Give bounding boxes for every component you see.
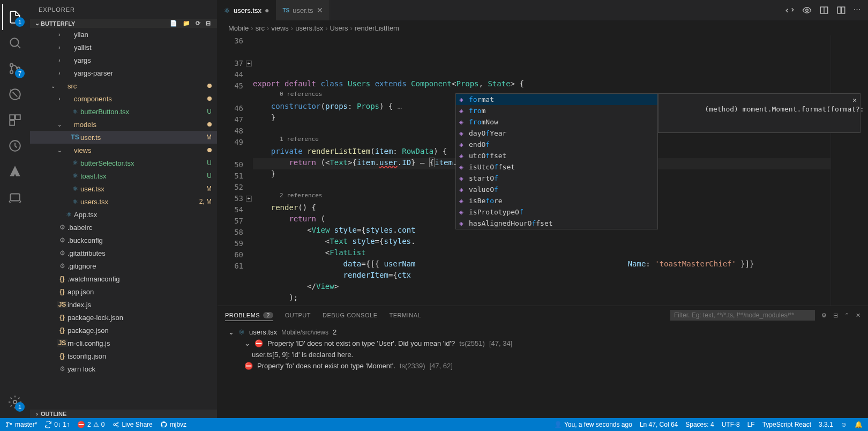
editor-tab[interactable]: TSuser.ts✕ bbox=[276, 0, 330, 20]
tree-row[interactable]: {}app.json bbox=[30, 285, 217, 298]
code-line[interactable]: renderItem={ctx bbox=[253, 271, 830, 282]
suggest-item[interactable]: ◈from bbox=[456, 105, 657, 116]
tree-row[interactable]: ⚙.babelrc bbox=[30, 221, 217, 234]
activity-remote[interactable] bbox=[2, 133, 28, 159]
filter-settings-icon[interactable]: ⚙ bbox=[821, 312, 827, 319]
suggest-item[interactable]: ◈valueOf bbox=[456, 184, 657, 195]
activity-liveshare[interactable] bbox=[2, 184, 28, 210]
tree-row[interactable]: ⚛butterSelector.tsxU bbox=[30, 157, 217, 169]
suggest-item[interactable]: ◈utcOffset bbox=[456, 150, 657, 161]
more-icon[interactable]: ⋯ bbox=[854, 5, 860, 15]
code-line[interactable]: export default class Users extends Compo… bbox=[253, 79, 830, 91]
section-header-project[interactable]: ⌄ BUTTERFLY 📄 📁 ⟳ ⊟ bbox=[30, 19, 217, 28]
breadcrumb-item[interactable]: renderListItem bbox=[355, 24, 399, 32]
tab-output[interactable]: OUTPUT bbox=[285, 312, 311, 318]
suggest-item[interactable]: ◈format bbox=[456, 94, 657, 105]
status-errors[interactable]: ⛔2 ⚠0 bbox=[77, 421, 104, 428]
problems-list[interactable]: ⌄ ⚛ users.tsx Mobile/src/views 2 ⌄ ⛔ Pro… bbox=[218, 324, 868, 418]
tab-debug-console[interactable]: DEBUG CONSOLE bbox=[323, 312, 377, 318]
tree-row[interactable]: ⚙.buckconfig bbox=[30, 234, 217, 247]
dirty-icon[interactable]: ● bbox=[265, 6, 269, 14]
new-file-icon[interactable]: 📄 bbox=[170, 20, 177, 27]
tab-problems[interactable]: PROBLEMS 2 bbox=[225, 312, 273, 321]
code-line[interactable]: <Text style={styles. bbox=[253, 237, 830, 248]
code-content[interactable]: export default class Users extends Compo… bbox=[253, 35, 830, 306]
problems-filter-input[interactable] bbox=[670, 310, 815, 321]
tree-row[interactable]: ⚛user.tsxM bbox=[30, 182, 217, 195]
code-line[interactable]: data={[{ userNam Name: 'toastMasterChief… bbox=[253, 259, 830, 271]
layout-icon[interactable] bbox=[836, 5, 846, 15]
tree-row[interactable]: ›yargs-parser bbox=[30, 66, 217, 79]
suggest-item[interactable]: ◈startOf bbox=[456, 173, 657, 184]
compare-icon[interactable] bbox=[785, 5, 795, 15]
tree-row[interactable]: ⚙.gitattributes bbox=[30, 247, 217, 259]
status-language[interactable]: TypeScript React bbox=[762, 421, 811, 428]
breadcrumb-item[interactable]: users.tsx bbox=[295, 24, 323, 32]
tree-row[interactable]: JSrn-cli.config.js bbox=[30, 337, 217, 350]
code-editor[interactable]: 3637+44454647484950515253+545758596061 e… bbox=[218, 35, 868, 306]
close-icon[interactable]: ✕ bbox=[852, 96, 857, 104]
tree-row[interactable]: {}package-lock.json bbox=[30, 311, 217, 324]
activity-search[interactable] bbox=[2, 30, 28, 56]
breadcrumb-item[interactable]: Mobile bbox=[228, 24, 249, 32]
status-bell-icon[interactable]: 🔔 bbox=[855, 421, 863, 428]
tree-row[interactable]: ⚛App.tsx bbox=[30, 208, 217, 221]
tree-row[interactable]: JSindex.js bbox=[30, 298, 217, 311]
status-cursor-pos[interactable]: Ln 47, Col 64 bbox=[640, 421, 678, 428]
status-branch[interactable]: master* bbox=[5, 421, 37, 428]
tree-row[interactable]: {}package.json bbox=[30, 324, 217, 337]
breadcrumb-item[interactable]: Users bbox=[330, 24, 348, 32]
tree-row[interactable]: {}.watchmanconfig bbox=[30, 272, 217, 285]
file-tree[interactable]: ›yllan›yallist›yargs›yargs-parser⌄src›co… bbox=[30, 28, 217, 410]
section-header-outline[interactable]: › OUTLINE bbox=[30, 410, 217, 418]
suggest-item[interactable]: ◈dayOfYear bbox=[456, 128, 657, 139]
activity-explorer[interactable]: 1 bbox=[2, 4, 28, 30]
suggest-item[interactable]: ◈fromNow bbox=[456, 116, 657, 128]
breadcrumb[interactable]: Mobile›src›views›users.tsx›Users›renderL… bbox=[218, 20, 868, 35]
problem-item[interactable]: ⛔ Property 'fo' does not exist on type '… bbox=[223, 360, 863, 371]
tree-row[interactable]: ⚛users.tsx2, M bbox=[30, 195, 217, 208]
tree-row[interactable]: ›yallist bbox=[30, 41, 217, 54]
new-folder-icon[interactable]: 📁 bbox=[183, 20, 190, 27]
tree-row[interactable]: ›yargs bbox=[30, 54, 217, 66]
status-spaces[interactable]: Spaces: 4 bbox=[685, 421, 714, 428]
suggest-item[interactable]: ◈endOf bbox=[456, 139, 657, 150]
maximize-panel-icon[interactable]: ⌃ bbox=[844, 312, 849, 319]
tree-row[interactable]: {}tsconfig.json bbox=[30, 350, 217, 362]
problem-related[interactable]: user.ts[5, 9]: 'id' is declared here. bbox=[223, 349, 863, 360]
suggest-item[interactable]: ◈isPrototypeOf bbox=[456, 206, 657, 218]
tree-row[interactable]: ⚛butterButton.tsxU bbox=[30, 105, 217, 118]
tree-row[interactable]: ⌄views bbox=[30, 144, 217, 157]
refresh-icon[interactable]: ⟳ bbox=[196, 20, 200, 27]
activity-azure[interactable] bbox=[2, 159, 28, 184]
status-encoding[interactable]: UTF-8 bbox=[722, 421, 740, 428]
suggest-item[interactable]: ◈isUtcOffset bbox=[456, 161, 657, 173]
activity-extensions[interactable] bbox=[2, 107, 28, 133]
breadcrumb-item[interactable]: views bbox=[271, 24, 289, 32]
split-icon[interactable] bbox=[819, 5, 829, 15]
fold-icon[interactable]: + bbox=[246, 196, 252, 202]
breadcrumb-item[interactable]: src bbox=[256, 24, 265, 32]
suggest-item[interactable]: ◈hasAlignedHourOffset bbox=[456, 218, 657, 229]
fold-icon[interactable]: + bbox=[246, 61, 252, 66]
activity-debug[interactable] bbox=[2, 81, 28, 107]
tree-row[interactable]: ⚙yarn lock bbox=[30, 362, 217, 375]
tree-row[interactable]: ⌄src bbox=[30, 79, 217, 92]
tree-row[interactable]: ⚛toast.tsxU bbox=[30, 169, 217, 182]
intellisense-popup[interactable]: ◈format◈from◈fromNow◈dayOfYear◈endOf◈utc… bbox=[455, 93, 658, 229]
tree-row[interactable]: ⌄models bbox=[30, 118, 217, 131]
suggest-item[interactable]: ◈isBefore bbox=[456, 195, 657, 206]
problem-file-row[interactable]: ⌄ ⚛ users.tsx Mobile/src/views 2 bbox=[223, 326, 863, 338]
preview-icon[interactable] bbox=[802, 5, 812, 15]
tree-row[interactable]: ›components bbox=[30, 92, 217, 105]
code-line[interactable]: <FlatList bbox=[253, 248, 830, 259]
status-github[interactable]: mjbvz bbox=[160, 421, 186, 428]
status-ts-version[interactable]: 3.3.1 bbox=[819, 421, 833, 428]
collapse-icon[interactable]: ⊟ bbox=[206, 20, 211, 27]
activity-settings[interactable]: 1 bbox=[2, 389, 28, 415]
collapse-panel-icon[interactable]: ⊟ bbox=[833, 312, 838, 319]
status-eol[interactable]: LF bbox=[747, 421, 755, 428]
code-line[interactable]: ); bbox=[253, 293, 830, 304]
minimap[interactable] bbox=[830, 35, 868, 306]
code-line[interactable]: </View> bbox=[253, 282, 830, 293]
